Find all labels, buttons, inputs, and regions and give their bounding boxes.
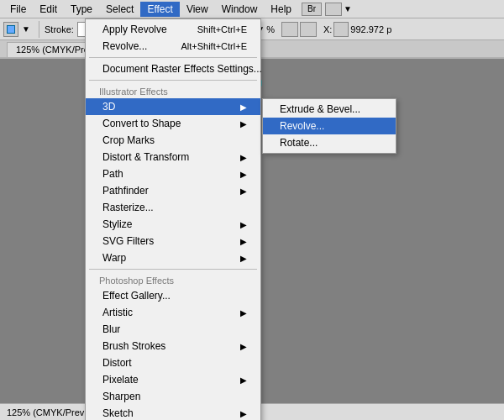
menu-pathfinder[interactable]: Pathfinder ▶ bbox=[86, 182, 260, 199]
menu-blur[interactable]: Blur bbox=[86, 321, 260, 338]
menu-sketch[interactable]: Sketch ▶ bbox=[86, 405, 260, 420]
x-icon bbox=[333, 22, 349, 37]
menu-path[interactable]: Path ▶ bbox=[86, 165, 260, 182]
arrow-convert: ▶ bbox=[240, 119, 247, 129]
menu-brush-strokes[interactable]: Brush Strokes ▶ bbox=[86, 338, 260, 354]
effect-dropdown: Apply Revolve Shift+Ctrl+E Revolve... Al… bbox=[85, 18, 261, 420]
menu-select[interactable]: Select bbox=[99, 2, 140, 17]
menu-apply-revolve[interactable]: Apply Revolve Shift+Ctrl+E bbox=[86, 21, 260, 38]
section-photoshop: Photoshop Effects bbox=[86, 272, 260, 287]
menu-warp[interactable]: Warp ▶ bbox=[86, 249, 260, 266]
sub-revolve[interactable]: Revolve... bbox=[263, 118, 396, 134]
menu-stylize-ill[interactable]: Stylize ▶ bbox=[86, 216, 260, 233]
arrow-warp: ▶ bbox=[240, 254, 247, 263]
x-label: X: bbox=[323, 24, 332, 34]
menu-file[interactable]: File bbox=[3, 2, 33, 17]
menu-revolve[interactable]: Revolve... Alt+Shift+Ctrl+E bbox=[86, 38, 260, 55]
sub-rotate[interactable]: Rotate... bbox=[263, 134, 396, 151]
grid-icon bbox=[325, 3, 342, 16]
opacity-unit: % bbox=[266, 24, 275, 34]
coords-group bbox=[281, 22, 317, 37]
stroke-label: Stroke: bbox=[45, 24, 74, 34]
arrow-path: ▶ bbox=[240, 170, 247, 179]
menu-window[interactable]: Window bbox=[215, 2, 265, 17]
br-icon: Br bbox=[302, 3, 322, 16]
menu-type[interactable]: Type bbox=[64, 2, 99, 17]
menu-pixelate[interactable]: Pixelate ▶ bbox=[86, 371, 260, 388]
square-icon bbox=[3, 22, 18, 37]
menu-effect-gallery[interactable]: Effect Gallery... bbox=[86, 287, 260, 304]
arrow-sketch: ▶ bbox=[240, 409, 247, 418]
menu-distort-transform[interactable]: Distort & Transform ▶ bbox=[86, 149, 260, 165]
menubar: File Edit Type Select Effect View Window… bbox=[0, 0, 504, 18]
arrow-stylize-ill: ▶ bbox=[240, 220, 247, 229]
section-illustrator: Illustrator Effects bbox=[86, 83, 260, 98]
menu-crop-marks[interactable]: Crop Marks bbox=[86, 132, 260, 149]
sub-extrude[interactable]: Extrude & Bevel... bbox=[263, 101, 396, 118]
arrow-pixelate: ▶ bbox=[240, 375, 247, 385]
sep2 bbox=[89, 80, 257, 81]
menu-doc-raster[interactable]: Document Raster Effects Settings... bbox=[86, 60, 260, 77]
dropdown-small: ▼ bbox=[22, 24, 34, 34]
menu-effect[interactable]: Effect bbox=[140, 2, 179, 17]
submenu-3d: Extrude & Bevel... Revolve... Rotate... bbox=[262, 98, 396, 154]
arrow-svg: ▶ bbox=[240, 237, 247, 246]
sep3 bbox=[89, 269, 257, 270]
status-text: 125% (CMYK/Prev bbox=[7, 407, 84, 417]
menu-convert-shape[interactable]: Convert to Shape ▶ bbox=[86, 115, 260, 132]
arrow-pathfinder: ▶ bbox=[240, 186, 247, 196]
sep1 bbox=[89, 57, 257, 58]
xy-group: X: 992.972 p bbox=[323, 22, 391, 37]
dropdown-arrow: ▼ bbox=[344, 4, 352, 13]
arrow-brush: ▶ bbox=[240, 342, 247, 351]
menu-view[interactable]: View bbox=[180, 2, 215, 17]
x-value: 992.972 p bbox=[350, 24, 391, 34]
menu-3d-wrapper: 3D ▶ Extrude & Bevel... Revolve... Rotat… bbox=[86, 98, 260, 115]
arrow-artistic: ▶ bbox=[240, 308, 247, 318]
menu-3d[interactable]: 3D ▶ bbox=[86, 98, 260, 115]
menu-svg-filters[interactable]: SVG Filters ▶ bbox=[86, 233, 260, 249]
arrow-distort: ▶ bbox=[240, 153, 247, 162]
menu-edit[interactable]: Edit bbox=[33, 2, 64, 17]
transform-icon bbox=[281, 22, 298, 37]
menu-sharpen[interactable]: Sharpen bbox=[86, 388, 260, 405]
arrow-3d: ▶ bbox=[240, 102, 247, 112]
separator bbox=[39, 21, 39, 38]
menu-help[interactable]: Help bbox=[264, 2, 298, 17]
align-icon bbox=[300, 22, 317, 37]
menu-distort[interactable]: Distort bbox=[86, 354, 260, 371]
menu-rasterize[interactable]: Rasterize... bbox=[86, 199, 260, 216]
menu-artistic[interactable]: Artistic ▶ bbox=[86, 304, 260, 321]
